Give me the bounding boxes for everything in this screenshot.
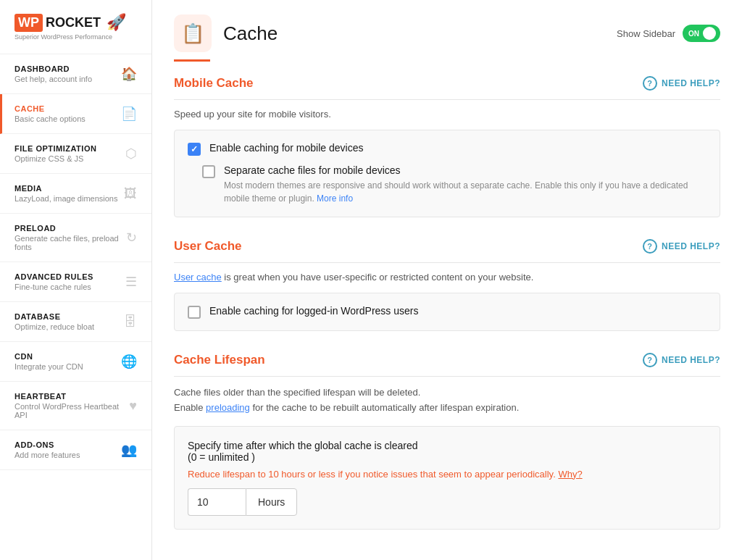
sidebar-item-title-preload: PRELOAD — [14, 224, 126, 233]
sidebar-item-file-optimization[interactable]: FILE OPTIMIZATION Optimize CSS & JS ⬡ — [0, 134, 151, 174]
nav-icon-heartbeat: ♥ — [129, 398, 137, 414]
toggle-knob — [703, 27, 716, 40]
sidebar-item-advanced-rules[interactable]: ADVANCED RULES Fine-tune cache rules ☰ — [0, 262, 151, 302]
enable-logged-in-caching-checkbox[interactable] — [188, 306, 201, 319]
sidebar-item-subtitle-dashboard: Get help, account info — [14, 75, 92, 83]
main-content: 📋 Cache Show Sidebar ON Mobile Cache ? N… — [152, 0, 742, 560]
sidebar-item-title-cdn: CDN — [14, 352, 83, 361]
cache-lifespan-desc-2-post: for the cache to be rebuilt automaticall… — [250, 402, 519, 413]
content-area: Mobile Cache ? NEED HELP? Speed up your … — [152, 62, 742, 560]
lifespan-title-line2: (0 = unlimited ) — [188, 451, 255, 463]
nav-icon-cdn: 🌐 — [121, 354, 137, 369]
lifespan-hint-text: Reduce lifespan to 10 hours or less if y… — [188, 469, 556, 480]
cache-lifespan-desc-1: Cache files older than the specified lif… — [174, 387, 420, 398]
help-circle-icon-2: ? — [643, 239, 657, 254]
mobile-cache-title: Mobile Cache — [174, 76, 254, 91]
sidebar-item-subtitle-add-ons: Add more features — [14, 451, 80, 459]
cache-lifespan-title: Cache Lifespan — [174, 353, 265, 367]
toggle-on-label: ON — [688, 30, 699, 38]
mobile-cache-section: Mobile Cache ? NEED HELP? Speed up your … — [174, 76, 720, 217]
lifespan-title-line1: Specify time after which the global cach… — [188, 440, 418, 451]
page-header: 📋 Cache Show Sidebar ON — [152, 0, 742, 52]
lifespan-unit-label: Hours — [258, 496, 285, 508]
sidebar-item-title-file-optimization: FILE OPTIMIZATION — [14, 144, 96, 153]
sidebar-item-title-media: MEDIA — [14, 184, 117, 193]
sidebar-item-dashboard[interactable]: DASHBOARD Get help, account info 🏠 — [0, 54, 151, 94]
page-icon: 📋 — [174, 14, 212, 52]
sidebar-item-subtitle-database: Optimize, reduce bloat — [14, 322, 94, 331]
enable-mobile-caching-checkbox[interactable] — [188, 143, 201, 156]
mobile-cache-need-help[interactable]: ? NEED HELP? — [643, 76, 720, 91]
user-cache-need-help-label: NEED HELP? — [662, 241, 720, 251]
sidebar-item-title-heartbeat: HEARTBEAT — [14, 392, 129, 401]
help-circle-icon: ? — [643, 76, 657, 91]
sidebar-item-subtitle-cdn: Integrate your CDN — [14, 362, 83, 371]
mobile-cache-option-box: Enable caching for mobile devices Separa… — [174, 130, 720, 217]
show-sidebar-toggle[interactable]: ON — [683, 25, 720, 42]
sidebar-item-cache[interactable]: CACHE Basic cache options 📄 — [0, 94, 151, 134]
help-circle-icon-3: ? — [643, 353, 657, 367]
user-cache-link[interactable]: User cache — [174, 272, 222, 283]
cache-lifespan-need-help[interactable]: ? NEED HELP? — [643, 353, 720, 367]
sidebar-item-subtitle-file-optimization: Optimize CSS & JS — [14, 154, 96, 163]
lifespan-value-input[interactable] — [188, 488, 246, 516]
nav-icon-file-optimization: ⬡ — [125, 146, 137, 162]
nav-icon-database: 🗄 — [124, 314, 137, 330]
nav-icon-cache: 📄 — [121, 106, 137, 122]
lifespan-input-row: Hours — [188, 488, 706, 516]
sidebar-item-add-ons[interactable]: ADD-ONS Add more features 👥 — [0, 430, 151, 470]
need-help-label: NEED HELP? — [662, 78, 720, 88]
more-info-link[interactable]: More info — [317, 193, 353, 204]
logo-rocket: ROCKET — [46, 15, 101, 30]
sidebar-item-database[interactable]: DATABASE Optimize, reduce bloat 🗄 — [0, 302, 151, 342]
sidebar-toggle-label: Show Sidebar — [617, 28, 675, 39]
separate-cache-sublabel: Most modern themes are responsive and sh… — [224, 179, 706, 205]
user-cache-description: User cache is great when you have user-s… — [174, 272, 720, 283]
cache-lifespan-box: Specify time after which the global cach… — [174, 426, 720, 530]
lifespan-unit-selector[interactable]: Hours — [246, 488, 297, 516]
user-cache-title: User Cache — [174, 239, 242, 254]
lifespan-specify-title: Specify time after which the global cach… — [188, 440, 706, 463]
sidebar-item-title-cache: CACHE — [14, 104, 86, 113]
page-title: Cache — [223, 22, 278, 45]
page-title-area: 📋 Cache — [174, 14, 278, 52]
mobile-cache-header: Mobile Cache ? NEED HELP? — [174, 76, 720, 100]
sidebar-item-subtitle-preload: Generate cache files, preload fonts — [14, 234, 126, 251]
nav-icon-preload: ↻ — [126, 230, 137, 246]
enable-mobile-caching-label: Enable caching for mobile devices — [209, 142, 363, 154]
cache-lifespan-description: Cache files older than the specified lif… — [174, 385, 720, 416]
sidebar-toggle-area: Show Sidebar ON — [617, 25, 720, 42]
preloading-link[interactable]: preloading — [206, 402, 250, 413]
sidebar-item-subtitle-heartbeat: Control WordPress Heartbeat API — [14, 402, 129, 419]
nav-icon-add-ons: 👥 — [121, 442, 137, 458]
separate-cache-text: Separate cache files for mobile devices … — [224, 164, 706, 205]
enable-logged-in-caching-label: Enable caching for logged-in WordPress u… — [209, 305, 418, 317]
nav-icon-dashboard: 🏠 — [121, 66, 137, 82]
user-cache-header: User Cache ? NEED HELP? — [174, 239, 720, 263]
sidebar-item-title-add-ons: ADD-ONS — [14, 440, 80, 449]
sidebar-item-cdn[interactable]: CDN Integrate your CDN 🌐 — [0, 342, 151, 382]
sidebar-item-subtitle-cache: Basic cache options — [14, 114, 86, 123]
sidebar-item-heartbeat[interactable]: HEARTBEAT Control WordPress Heartbeat AP… — [0, 382, 151, 430]
sidebar-item-preload[interactable]: PRELOAD Generate cache files, preload fo… — [0, 214, 151, 262]
enable-mobile-caching-row: Enable caching for mobile devices — [188, 142, 706, 156]
separate-cache-checkbox[interactable] — [202, 165, 215, 178]
separate-cache-row: Separate cache files for mobile devices … — [188, 164, 706, 205]
sidebar-item-media[interactable]: MEDIA LazyLoad, image dimensions 🖼 — [0, 174, 151, 214]
user-cache-section: User Cache ? NEED HELP? User cache is gr… — [174, 239, 720, 331]
logo-tagline: Superior WordPress Performance — [14, 33, 137, 41]
user-cache-option-box: Enable caching for logged-in WordPress u… — [174, 293, 720, 331]
mobile-cache-description: Speed up your site for mobile visitors. — [174, 109, 720, 120]
cache-lifespan-section: Cache Lifespan ? NEED HELP? Cache files … — [174, 353, 720, 530]
sidebar: WP ROCKET 🚀 Superior WordPress Performan… — [0, 0, 152, 560]
nav-icon-media: 🖼 — [124, 186, 137, 201]
user-cache-need-help[interactable]: ? NEED HELP? — [643, 239, 720, 254]
lifespan-hint: Reduce lifespan to 10 hours or less if y… — [188, 469, 706, 480]
sidebar-item-title-database: DATABASE — [14, 312, 94, 321]
logo: WP ROCKET 🚀 Superior WordPress Performan… — [0, 0, 151, 54]
enable-logged-in-caching-row: Enable caching for logged-in WordPress u… — [188, 305, 706, 319]
cache-lifespan-header: Cache Lifespan ? NEED HELP? — [174, 353, 720, 377]
why-link[interactable]: Why? — [558, 469, 582, 480]
rocket-icon: 🚀 — [107, 13, 126, 32]
nav-icon-advanced-rules: ☰ — [125, 274, 137, 290]
